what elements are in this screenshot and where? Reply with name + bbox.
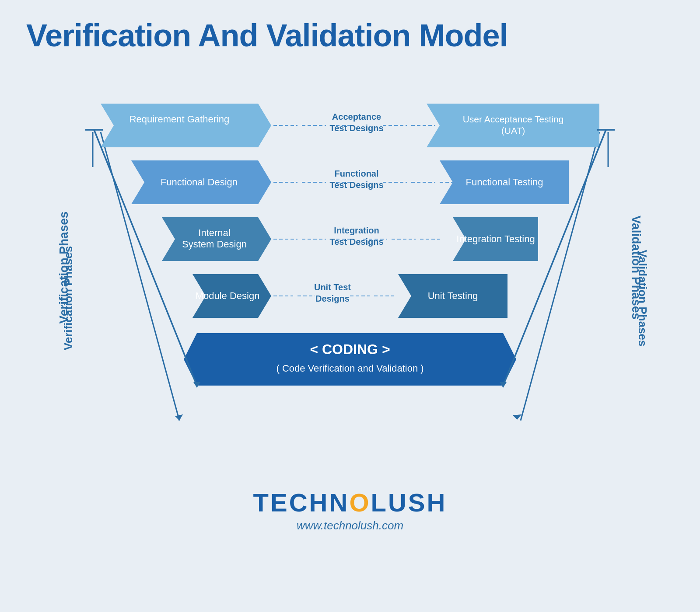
svg-text:Designs: Designs bbox=[315, 294, 350, 303]
brand-suffix: LUSH bbox=[371, 488, 447, 517]
page-title: Verification And Validation Model bbox=[26, 17, 674, 53]
v-model-svg: Verification Phases Validation Phases Re… bbox=[44, 80, 656, 475]
svg-text:Acceptance: Acceptance bbox=[332, 112, 381, 122]
svg-text:Functional Testing: Functional Testing bbox=[466, 177, 543, 188]
svg-text:Functional: Functional bbox=[334, 169, 378, 178]
svg-marker-1 bbox=[175, 414, 183, 421]
svg-text:Test Designs: Test Designs bbox=[330, 123, 384, 133]
svg-text:(UAT): (UAT) bbox=[501, 125, 525, 136]
svg-text:Unit Testing: Unit Testing bbox=[428, 290, 478, 301]
svg-marker-8 bbox=[101, 104, 271, 147]
svg-text:User Acceptance Testing: User Acceptance Testing bbox=[463, 114, 564, 124]
svg-text:Integration: Integration bbox=[334, 226, 379, 235]
svg-text:Test Designs: Test Designs bbox=[330, 180, 384, 190]
svg-text:Integration Testing: Integration Testing bbox=[456, 233, 535, 244]
brand-prefix: TECHN bbox=[253, 488, 350, 517]
svg-text:Internal: Internal bbox=[198, 227, 230, 238]
svg-text:Verification  Phases: Verification Phases bbox=[57, 212, 70, 324]
brand-name: TECHNOLUSH bbox=[253, 488, 447, 517]
svg-text:Module Design: Module Design bbox=[196, 290, 260, 301]
svg-text:Unit Test: Unit Test bbox=[314, 282, 351, 292]
svg-text:( Code Verification and Valida: ( Code Verification and Validation ) bbox=[276, 363, 424, 374]
svg-text:< CODING >: < CODING > bbox=[310, 341, 390, 357]
svg-text:Functional Design: Functional Design bbox=[161, 177, 238, 188]
svg-text:Validation  Phases: Validation Phases bbox=[630, 216, 643, 320]
svg-marker-56 bbox=[184, 333, 516, 386]
diagram-container: Verification Phases Validation Phases Re… bbox=[26, 80, 674, 475]
brand-url: www.technolush.com bbox=[253, 519, 447, 532]
svg-text:Test Designs: Test Designs bbox=[330, 237, 384, 247]
svg-marker-5 bbox=[513, 414, 522, 420]
svg-text:System Design: System Design bbox=[182, 239, 247, 250]
brand-o: O bbox=[349, 488, 371, 517]
svg-text:Requirement Gathering: Requirement Gathering bbox=[130, 114, 230, 125]
footer: TECHNOLUSH www.technolush.com bbox=[253, 488, 447, 532]
